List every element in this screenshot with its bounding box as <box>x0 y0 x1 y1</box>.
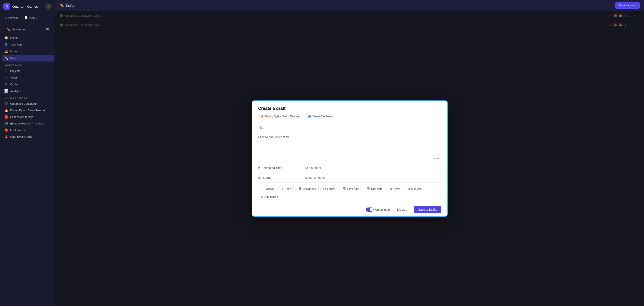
modules-icon: ⊞ <box>408 187 410 190</box>
none-button[interactable]: ○ None <box>279 186 294 192</box>
modal-header: Create a draft 🔥 Daring Dylan: Retro Res… <box>252 101 447 122</box>
backlog-button[interactable]: ◻ Backlog <box>258 186 277 192</box>
sidebar-item-home[interactable]: 🏠 Home <box>2 34 54 41</box>
avatar[interactable]: D <box>45 3 52 10</box>
sidebar-item-cycles[interactable]: ⊙ Cycles <box>2 81 54 88</box>
project-item-ethereal[interactable]: 🎮 Ethereal Realms: The Qua... <box>2 120 54 127</box>
project-ethereal-label: Ethereal Realms: The Qua... <box>10 122 46 125</box>
cycle-button[interactable]: ⊙ Cycle <box>387 186 403 192</box>
due-date-button[interactable]: 📅 Due date <box>364 186 385 192</box>
sidebar-item-analytics-label: Analytics <box>10 90 21 93</box>
ai-button[interactable]: ✦ AI <box>432 156 441 161</box>
status-input[interactable] <box>305 176 441 179</box>
sidebar-item-projects[interactable]: ◻ Projects <box>2 67 54 74</box>
inbox-icon: 📥 <box>4 49 8 53</box>
start-date-button[interactable]: 📅 Start date <box>340 186 362 192</box>
tab-pages[interactable]: 📄 Pages <box>22 15 40 20</box>
sidebar-item-drafts[interactable]: ✏️ Drafts <box>2 55 54 61</box>
create-draft-modal: Create a draft 🔥 Daring Dylan: Retro Res… <box>252 100 448 217</box>
toggle-switch[interactable] <box>366 207 374 212</box>
main-content: ✏️ Drafts Draft an issue 🟢 Chromatic Con… <box>56 0 644 306</box>
tab-projects-label: Projects <box>8 16 18 19</box>
project-item-operatives[interactable]: 🎖️ Operatives Online <box>2 134 54 140</box>
modal-footer: Create more Discard Save to Drafts <box>252 203 447 216</box>
none-label: None <box>284 187 291 190</box>
title-input[interactable] <box>258 122 441 132</box>
edit-icon: ✏️ <box>7 28 10 31</box>
analytics-icon: 📊 <box>4 89 8 93</box>
project-echoes-label: Echoes of Eternity <box>10 115 33 119</box>
operatives-icon: 🎖️ <box>4 135 8 139</box>
ethereal-icon: 🎮 <box>4 122 8 126</box>
flame-icon: 🔥 <box>260 115 264 118</box>
draft-an-issue-button[interactable]: Draft an issue <box>616 2 640 9</box>
sidebar-item-analytics[interactable]: 📊 Analytics <box>2 88 54 95</box>
sidebar-item-your-work[interactable]: 👤 Your work <box>2 41 54 48</box>
modal-overlay: Create a draft 🔥 Daring Dylan: Retro Res… <box>56 11 644 306</box>
echoes-icon: 🔴 <box>4 115 8 119</box>
status-circle-icon: ◎ <box>258 175 261 180</box>
sidebar-item-views-label: Views <box>10 76 18 79</box>
breadcrumb-project[interactable]: 🔥 Daring Dylan: Retro Rescue <box>258 114 302 119</box>
sparkle-icon: ✦ <box>434 157 436 160</box>
new-issue-label: New issue <box>12 28 25 31</box>
status-field: ◎ Status <box>258 173 441 183</box>
estimated-time-label: # Estimated Time <box>258 166 301 170</box>
project-item-chromatic[interactable]: 🖤 Chromatic Conundrum <box>2 100 54 107</box>
sidebar: Q Quantum Games D ◻ Projects 📄 Pages ✏️ … <box>0 0 56 306</box>
tab-projects[interactable]: ◻ Projects <box>2 15 21 20</box>
estimated-time-text: Estimated Time <box>262 166 282 170</box>
sidebar-item-projects-label: Projects <box>10 69 20 73</box>
cycles-icon: ⊙ <box>4 82 8 86</box>
modal-body: ✦ AI # Estimated Time ◎ <box>252 122 447 183</box>
project-item-fruit[interactable]: 🍓 Fruit Frenzy <box>2 127 54 134</box>
projects-workspace-icon: ◻ <box>4 69 8 73</box>
drafts-page-icon: ✏️ <box>60 3 64 7</box>
org-name: Quantum Games <box>12 5 38 8</box>
breadcrumb-project-label: Daring Dylan: Retro Rescue <box>265 115 300 118</box>
search-icon: 🔍 <box>46 27 50 31</box>
sidebar-item-inbox[interactable]: 📥 Inbox <box>2 48 54 55</box>
create-more-toggle[interactable]: Create more <box>366 207 390 212</box>
assignees-button[interactable]: 👤 Assignees <box>296 186 318 192</box>
project-item-echoes[interactable]: 🔴 Echoes of Eternity <box>2 114 54 120</box>
estimated-time-input[interactable] <box>305 166 441 170</box>
modal-title: Create a draft <box>258 106 441 111</box>
add-parent-button[interactable]: ⊕ Add parent <box>258 194 281 200</box>
create-more-label: Create more <box>375 208 390 211</box>
labels-label: Labels <box>327 187 335 190</box>
status-label: ◎ Status <box>258 175 301 180</box>
hash-icon: # <box>258 166 260 170</box>
projects-section-label: YOUR PROJECTS <box>2 95 54 100</box>
description-wrapper: ✦ AI <box>258 132 441 163</box>
breadcrumb-section[interactable]: 🔷 Game Mechanic <box>306 114 335 119</box>
due-date-label: Due date <box>371 187 382 190</box>
labels-icon: 🏷 <box>323 187 326 190</box>
status-text: Status <box>263 176 271 179</box>
labels-button[interactable]: 🏷 Labels <box>320 186 338 192</box>
sidebar-item-home-label: Home <box>10 36 18 39</box>
ai-label: AI <box>437 157 440 160</box>
sidebar-item-inbox-label: Inbox <box>10 50 17 53</box>
tab-pages-label: Pages <box>29 16 37 19</box>
new-issue-button[interactable]: ✏️ New issue <box>4 26 43 32</box>
description-input[interactable] <box>258 132 441 162</box>
start-date-label: Start date <box>347 187 359 190</box>
workspace-section-label: WORKSPACE <box>2 61 54 67</box>
project-item-daring[interactable]: 🔥 Daring Dylan: Retro Rescue <box>2 107 54 114</box>
sidebar-item-cycles-label: Cycles <box>10 83 18 86</box>
due-date-icon: 📅 <box>366 187 370 190</box>
assignees-icon: 👤 <box>298 187 302 190</box>
start-date-icon: 📅 <box>342 187 346 190</box>
discard-button[interactable]: Discard <box>393 206 411 213</box>
search-button[interactable]: 🔍 <box>45 26 51 32</box>
sidebar-item-drafts-label: Drafts <box>10 57 18 60</box>
chromatic-icon: 🖤 <box>4 102 8 106</box>
modules-button[interactable]: ⊞ Modules <box>405 186 424 192</box>
add-parent-label: Add parent <box>264 195 278 198</box>
sidebar-item-views[interactable]: ≡ Views <box>2 74 54 81</box>
project-fruit-label: Fruit Frenzy <box>10 129 25 132</box>
modules-label: Modules <box>411 187 422 190</box>
save-to-drafts-button[interactable]: Save to Drafts <box>414 206 441 213</box>
project-operatives-label: Operatives Online <box>10 135 32 138</box>
